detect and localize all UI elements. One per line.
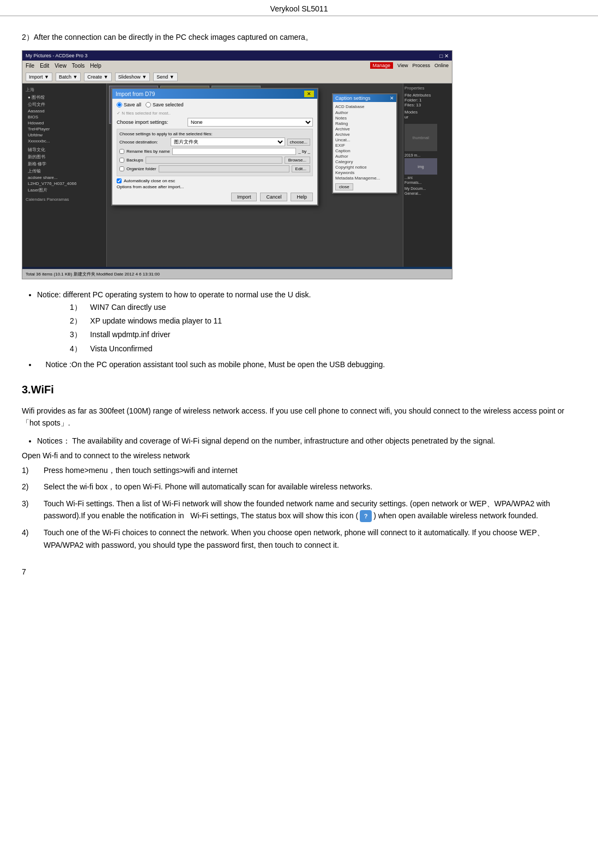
wifi-step-4: 4) Touch one of the Wi-Fi choices to con… xyxy=(22,526,576,551)
sub-item-1: 1） WIN7 Can directly use xyxy=(70,301,576,314)
btn-create[interactable]: Create ▼ xyxy=(84,73,111,81)
wifi-intro-text: Wifi provides as far as 300feet (100M) r… xyxy=(22,405,576,429)
auto-close-label: Automatically close on esc xyxy=(124,178,175,183)
wifi-step-2: 2) Select the wi-fi box，to open Wi-Fi. P… xyxy=(22,481,576,493)
destination-label: Choose destination: xyxy=(119,140,168,145)
wifi-notices-list: Notices： The availability and coverage o… xyxy=(22,435,576,447)
backup-label: Backups xyxy=(126,158,143,163)
destination-select[interactable]: 图片文件夹 xyxy=(171,137,285,146)
wifi-icon: ? xyxy=(360,510,372,522)
organize-edit-btn[interactable]: Edit... xyxy=(292,165,310,172)
organize-input xyxy=(159,165,289,172)
wifi-section-heading: 3.WiFi xyxy=(22,384,576,396)
import-btn[interactable]: Import xyxy=(231,193,257,201)
status-bar: Total 36 items (10.1 KB) 新建文件夹 Modified … xyxy=(26,271,160,277)
wifi-step-1: 1) Press home>menu，then touch settings>w… xyxy=(22,464,576,476)
menu-file[interactable]: File xyxy=(26,63,34,69)
backup-input xyxy=(146,157,282,164)
sub-dialog-titlebar: Caption settings ✕ xyxy=(333,94,396,102)
import-settings-select[interactable]: None xyxy=(188,118,313,127)
rename-input[interactable] xyxy=(172,148,297,155)
choose-btn[interactable]: choose... xyxy=(287,139,310,146)
screenshot-app-title: My Pictures - ACDSee Pro 3 xyxy=(26,53,88,58)
options-link[interactable]: Options from acdsee after import... xyxy=(117,184,313,189)
btn-send[interactable]: Send ▼ xyxy=(153,73,177,81)
tab-online[interactable]: Online xyxy=(434,63,449,68)
rename-label: Rename files by name xyxy=(126,149,170,154)
sub-item-3: 3） Install wpdmtp.inf driver xyxy=(70,328,576,342)
wifi-notice-item: Notices： The availability and coverage o… xyxy=(37,435,576,447)
rename-checkbox[interactable] xyxy=(119,149,124,154)
step2-text: 2）After the connection can be directly i… xyxy=(22,33,576,43)
backup-checkbox[interactable] xyxy=(119,158,124,163)
screenshot-image: My Pictures - ACDSee Pro 3 □ ✕ File Edit… xyxy=(22,50,452,279)
save-selected-option[interactable]: Save selected xyxy=(153,102,184,107)
wifi-steps-list: 1) Press home>menu，then touch settings>w… xyxy=(22,464,576,551)
sub-dialog-close-btn[interactable]: close xyxy=(335,183,353,190)
sub-item-2: 2） XP update windows media player to 11 xyxy=(70,314,576,328)
help-btn[interactable]: Help xyxy=(291,193,313,201)
dialog-close-btn[interactable]: ✕ xyxy=(304,91,314,97)
page-title: Verykool SL5011 xyxy=(0,0,598,16)
import-settings-label: Choose import settings: xyxy=(117,119,188,125)
notice-item-1: Notice: different PC operating system to… xyxy=(37,289,576,356)
menu-view[interactable]: View xyxy=(55,63,67,69)
btn-batch[interactable]: Batch ▼ xyxy=(56,73,81,81)
backup-browse-btn[interactable]: Browse... xyxy=(285,157,310,164)
btn-slideshow[interactable]: Slideshow ▼ xyxy=(115,73,150,81)
open-wifi-label: Open Wi-fi and to connect to the wireles… xyxy=(22,451,576,460)
organize-label: Organize folder xyxy=(126,166,156,171)
sub-item-4: 4） Vista Unconfirmed xyxy=(70,342,576,356)
menu-tools[interactable]: Tools xyxy=(72,63,84,69)
auto-close-checkbox[interactable] xyxy=(117,178,122,183)
tab-view[interactable]: View xyxy=(397,63,408,68)
cancel-btn[interactable]: Cancel xyxy=(260,193,287,201)
menu-edit[interactable]: Edit xyxy=(40,63,49,69)
wifi-step-3: 3) Touch Wi-Fi settings. Then a list of … xyxy=(22,498,576,523)
btn-import[interactable]: Import ▼ xyxy=(26,73,52,81)
tab-process[interactable]: Process xyxy=(412,63,430,68)
bullet-list: Notice: different PC operating system to… xyxy=(22,289,576,370)
organize-checkbox[interactable] xyxy=(119,166,124,171)
tab-manage[interactable]: Manage xyxy=(370,62,394,69)
notice-item-2: Notice :On the PC operation assistant to… xyxy=(37,359,576,370)
menu-help[interactable]: Help xyxy=(90,63,101,69)
save-all-option[interactable]: Save all xyxy=(124,102,141,107)
dialog-title: Import from D79 xyxy=(116,91,155,97)
page-number: 7 xyxy=(22,567,26,576)
